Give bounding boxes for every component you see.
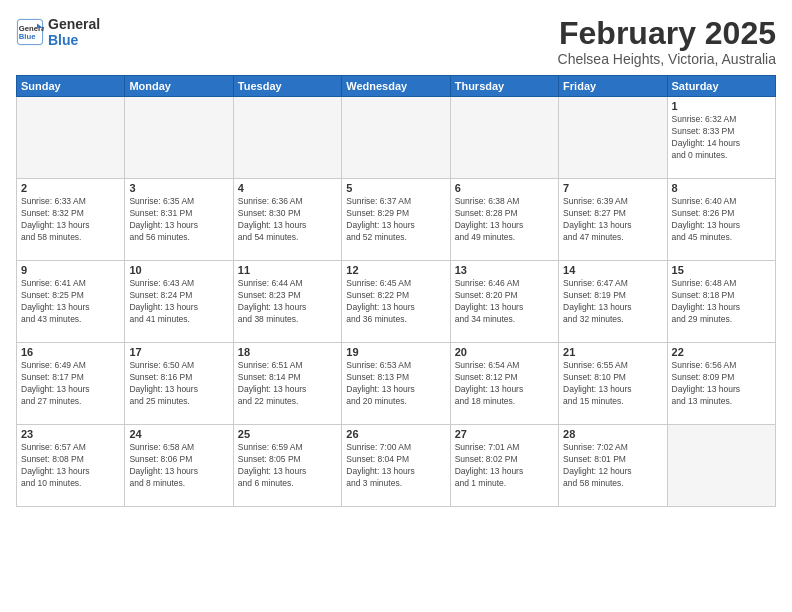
- day-info: Sunrise: 6:38 AM Sunset: 8:28 PM Dayligh…: [455, 196, 554, 244]
- day-number: 10: [129, 264, 228, 276]
- calendar-cell: 19Sunrise: 6:53 AM Sunset: 8:13 PM Dayli…: [342, 343, 450, 425]
- day-number: 25: [238, 428, 337, 440]
- day-info: Sunrise: 6:55 AM Sunset: 8:10 PM Dayligh…: [563, 360, 662, 408]
- day-number: 26: [346, 428, 445, 440]
- week-row-1: 2Sunrise: 6:33 AM Sunset: 8:32 PM Daylig…: [17, 179, 776, 261]
- calendar-cell: [667, 425, 775, 507]
- day-number: 27: [455, 428, 554, 440]
- week-row-3: 16Sunrise: 6:49 AM Sunset: 8:17 PM Dayli…: [17, 343, 776, 425]
- day-number: 21: [563, 346, 662, 358]
- day-number: 23: [21, 428, 120, 440]
- day-number: 8: [672, 182, 771, 194]
- day-number: 16: [21, 346, 120, 358]
- svg-text:Blue: Blue: [19, 32, 36, 41]
- calendar-cell: 6Sunrise: 6:38 AM Sunset: 8:28 PM Daylig…: [450, 179, 558, 261]
- page: General Blue General Blue February 2025 …: [0, 0, 792, 612]
- weekday-header-tuesday: Tuesday: [233, 76, 341, 97]
- day-info: Sunrise: 6:43 AM Sunset: 8:24 PM Dayligh…: [129, 278, 228, 326]
- calendar-cell: 21Sunrise: 6:55 AM Sunset: 8:10 PM Dayli…: [559, 343, 667, 425]
- calendar-cell: 17Sunrise: 6:50 AM Sunset: 8:16 PM Dayli…: [125, 343, 233, 425]
- calendar-cell: 26Sunrise: 7:00 AM Sunset: 8:04 PM Dayli…: [342, 425, 450, 507]
- day-info: Sunrise: 6:53 AM Sunset: 8:13 PM Dayligh…: [346, 360, 445, 408]
- day-info: Sunrise: 6:41 AM Sunset: 8:25 PM Dayligh…: [21, 278, 120, 326]
- day-number: 3: [129, 182, 228, 194]
- calendar-cell: 9Sunrise: 6:41 AM Sunset: 8:25 PM Daylig…: [17, 261, 125, 343]
- calendar-cell: [559, 97, 667, 179]
- calendar-cell: 18Sunrise: 6:51 AM Sunset: 8:14 PM Dayli…: [233, 343, 341, 425]
- weekday-header-friday: Friday: [559, 76, 667, 97]
- weekday-header-monday: Monday: [125, 76, 233, 97]
- day-info: Sunrise: 6:37 AM Sunset: 8:29 PM Dayligh…: [346, 196, 445, 244]
- calendar-title: February 2025: [558, 16, 776, 51]
- logo: General Blue General Blue: [16, 16, 100, 48]
- calendar-cell: 25Sunrise: 6:59 AM Sunset: 8:05 PM Dayli…: [233, 425, 341, 507]
- day-number: 13: [455, 264, 554, 276]
- day-info: Sunrise: 6:51 AM Sunset: 8:14 PM Dayligh…: [238, 360, 337, 408]
- weekday-header-saturday: Saturday: [667, 76, 775, 97]
- day-info: Sunrise: 6:49 AM Sunset: 8:17 PM Dayligh…: [21, 360, 120, 408]
- calendar-cell: 10Sunrise: 6:43 AM Sunset: 8:24 PM Dayli…: [125, 261, 233, 343]
- day-info: Sunrise: 6:54 AM Sunset: 8:12 PM Dayligh…: [455, 360, 554, 408]
- calendar-cell: 7Sunrise: 6:39 AM Sunset: 8:27 PM Daylig…: [559, 179, 667, 261]
- calendar-cell: 5Sunrise: 6:37 AM Sunset: 8:29 PM Daylig…: [342, 179, 450, 261]
- week-row-0: 1Sunrise: 6:32 AM Sunset: 8:33 PM Daylig…: [17, 97, 776, 179]
- calendar-cell: 1Sunrise: 6:32 AM Sunset: 8:33 PM Daylig…: [667, 97, 775, 179]
- day-info: Sunrise: 6:32 AM Sunset: 8:33 PM Dayligh…: [672, 114, 771, 162]
- calendar-cell: 16Sunrise: 6:49 AM Sunset: 8:17 PM Dayli…: [17, 343, 125, 425]
- day-info: Sunrise: 6:33 AM Sunset: 8:32 PM Dayligh…: [21, 196, 120, 244]
- calendar-cell: 2Sunrise: 6:33 AM Sunset: 8:32 PM Daylig…: [17, 179, 125, 261]
- day-number: 1: [672, 100, 771, 112]
- calendar-cell: 4Sunrise: 6:36 AM Sunset: 8:30 PM Daylig…: [233, 179, 341, 261]
- day-info: Sunrise: 6:40 AM Sunset: 8:26 PM Dayligh…: [672, 196, 771, 244]
- logo-text-blue: Blue: [48, 32, 100, 48]
- day-info: Sunrise: 7:00 AM Sunset: 8:04 PM Dayligh…: [346, 442, 445, 490]
- title-block: February 2025 Chelsea Heights, Victoria,…: [558, 16, 776, 67]
- day-number: 7: [563, 182, 662, 194]
- day-number: 12: [346, 264, 445, 276]
- calendar-cell: 11Sunrise: 6:44 AM Sunset: 8:23 PM Dayli…: [233, 261, 341, 343]
- day-number: 2: [21, 182, 120, 194]
- day-number: 9: [21, 264, 120, 276]
- weekday-header-sunday: Sunday: [17, 76, 125, 97]
- weekday-header-thursday: Thursday: [450, 76, 558, 97]
- day-info: Sunrise: 6:56 AM Sunset: 8:09 PM Dayligh…: [672, 360, 771, 408]
- calendar-cell: 15Sunrise: 6:48 AM Sunset: 8:18 PM Dayli…: [667, 261, 775, 343]
- day-info: Sunrise: 6:35 AM Sunset: 8:31 PM Dayligh…: [129, 196, 228, 244]
- day-number: 22: [672, 346, 771, 358]
- calendar-cell: [17, 97, 125, 179]
- day-info: Sunrise: 6:36 AM Sunset: 8:30 PM Dayligh…: [238, 196, 337, 244]
- day-info: Sunrise: 6:45 AM Sunset: 8:22 PM Dayligh…: [346, 278, 445, 326]
- header: General Blue General Blue February 2025 …: [16, 16, 776, 67]
- calendar-cell: 28Sunrise: 7:02 AM Sunset: 8:01 PM Dayli…: [559, 425, 667, 507]
- calendar-cell: [233, 97, 341, 179]
- calendar-cell: 20Sunrise: 6:54 AM Sunset: 8:12 PM Dayli…: [450, 343, 558, 425]
- weekday-header-row: SundayMondayTuesdayWednesdayThursdayFrid…: [17, 76, 776, 97]
- calendar-cell: 23Sunrise: 6:57 AM Sunset: 8:08 PM Dayli…: [17, 425, 125, 507]
- calendar-table: SundayMondayTuesdayWednesdayThursdayFrid…: [16, 75, 776, 507]
- day-info: Sunrise: 6:47 AM Sunset: 8:19 PM Dayligh…: [563, 278, 662, 326]
- week-row-2: 9Sunrise: 6:41 AM Sunset: 8:25 PM Daylig…: [17, 261, 776, 343]
- logo-icon: General Blue: [16, 18, 44, 46]
- calendar-cell: 8Sunrise: 6:40 AM Sunset: 8:26 PM Daylig…: [667, 179, 775, 261]
- calendar-subtitle: Chelsea Heights, Victoria, Australia: [558, 51, 776, 67]
- day-number: 5: [346, 182, 445, 194]
- calendar-cell: 27Sunrise: 7:01 AM Sunset: 8:02 PM Dayli…: [450, 425, 558, 507]
- day-info: Sunrise: 6:50 AM Sunset: 8:16 PM Dayligh…: [129, 360, 228, 408]
- day-number: 4: [238, 182, 337, 194]
- day-number: 11: [238, 264, 337, 276]
- calendar-cell: 12Sunrise: 6:45 AM Sunset: 8:22 PM Dayli…: [342, 261, 450, 343]
- logo-text-general: General: [48, 16, 100, 32]
- calendar-cell: [450, 97, 558, 179]
- calendar-cell: [125, 97, 233, 179]
- day-number: 28: [563, 428, 662, 440]
- day-number: 19: [346, 346, 445, 358]
- day-info: Sunrise: 7:01 AM Sunset: 8:02 PM Dayligh…: [455, 442, 554, 490]
- day-info: Sunrise: 6:58 AM Sunset: 8:06 PM Dayligh…: [129, 442, 228, 490]
- day-number: 17: [129, 346, 228, 358]
- day-info: Sunrise: 6:44 AM Sunset: 8:23 PM Dayligh…: [238, 278, 337, 326]
- day-number: 15: [672, 264, 771, 276]
- svg-text:General: General: [19, 24, 44, 33]
- week-row-4: 23Sunrise: 6:57 AM Sunset: 8:08 PM Dayli…: [17, 425, 776, 507]
- day-info: Sunrise: 6:39 AM Sunset: 8:27 PM Dayligh…: [563, 196, 662, 244]
- calendar-cell: 13Sunrise: 6:46 AM Sunset: 8:20 PM Dayli…: [450, 261, 558, 343]
